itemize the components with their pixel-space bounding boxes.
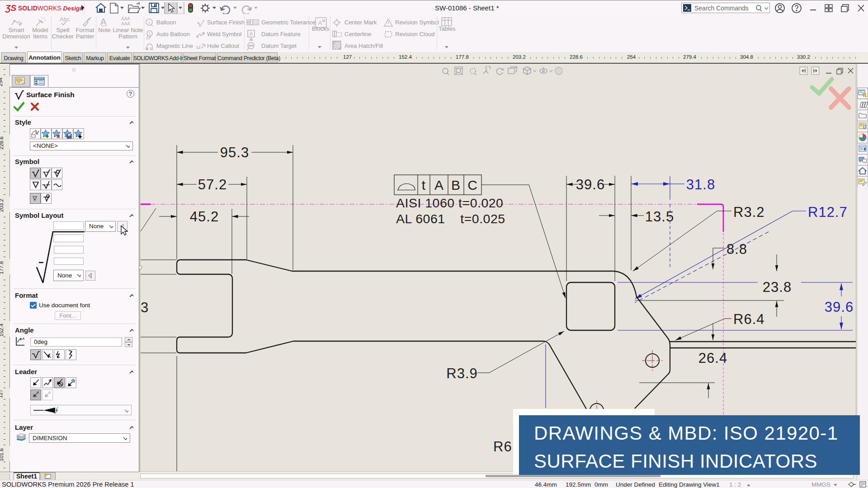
svg-text:x: x [37,390,39,394]
svg-text:t: t [422,178,426,192]
svg-text:AL 6061 t=0.025: AL 6061 t=0.025 [396,211,505,226]
svg-text:8.8: 8.8 [726,241,747,257]
svg-text:A: A [434,178,443,192]
svg-text:95.3: 95.3 [220,145,249,160]
svg-text:x: x [49,390,51,394]
svg-text:31.8: 31.8 [686,177,715,192]
svg-text:A: A [22,337,25,341]
svg-text:AISI 1060 t=0.020: AISI 1060 t=0.020 [396,196,503,210]
svg-text:3: 3 [141,300,148,315]
svg-text:26.4: 26.4 [698,350,727,366]
svg-text:23.8: 23.8 [763,279,792,295]
svg-text:B: B [451,178,460,192]
svg-text:57.2: 57.2 [198,177,227,192]
svg-text:R12.7: R12.7 [808,204,848,220]
svg-text:R3.9: R3.9 [446,366,477,381]
svg-text:13.5: 13.5 [645,209,674,225]
svg-text:39.6: 39.6 [576,177,605,192]
svg-text:45.2: 45.2 [190,209,219,225]
svg-text:39.6: 39.6 [825,299,854,315]
svg-text:C: C [467,178,477,192]
svg-text:R6.4: R6.4 [733,311,764,327]
svg-text:R3.2: R3.2 [733,204,764,220]
